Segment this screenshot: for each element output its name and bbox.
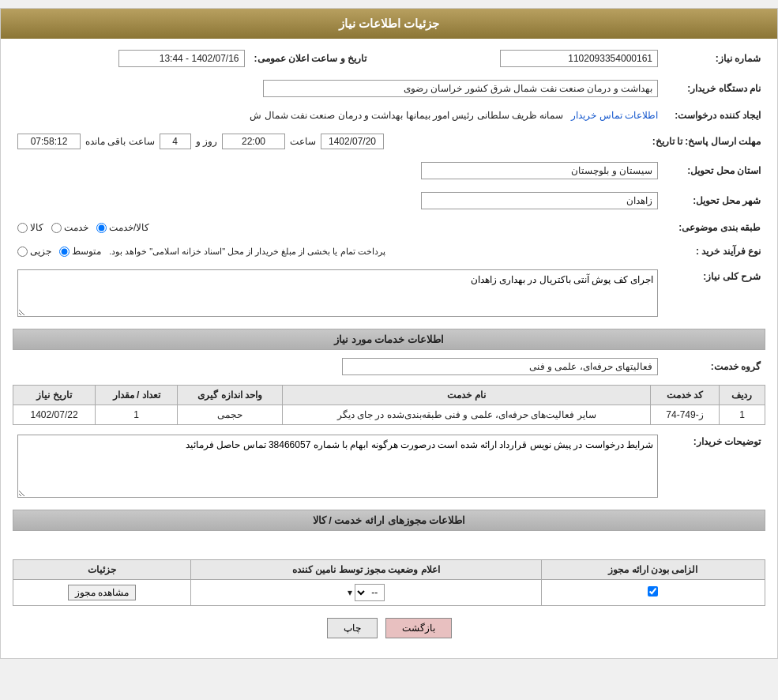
col-service-name: نام خدمت	[283, 386, 651, 405]
buyer-org-table: نام دستگاه خریدار: بهداشت و درمان صنعت ن…	[13, 77, 765, 100]
creator-value: اطلاعات تماس خریدار سمانه ظریف سلطانی رئ…	[13, 107, 663, 124]
date-box: 1402/07/20	[321, 134, 384, 149]
col-service-code: کد خدمت	[651, 386, 720, 405]
time-box: 22:00	[222, 134, 285, 149]
province-box: سیستان و بلوچستان	[421, 162, 658, 179]
service-group-value: فعالیتهای حرفه‌ای، علمی و فنی	[13, 355, 663, 378]
table-row: 1ز-749-74سایر فعالیت‌های حرفه‌ای، علمی و…	[13, 405, 765, 425]
need-desc-textarea[interactable]: اجرای کف پوش آنتی باکتریال در بهداری زاه…	[17, 269, 658, 317]
license-section-header: اطلاعات مجوزهای ارائه خدمت / کالا	[13, 510, 765, 531]
page-title: جزئیات اطلاعات نیاز	[339, 17, 439, 30]
category-kala-khadamat-text: کالا/خدمت	[109, 222, 149, 233]
creator-name: سمانه ظریف سلطانی رئیس امور بیمانها بهدا…	[250, 110, 563, 121]
col-row-num: ردیف	[719, 386, 765, 405]
category-kala-khadamat-label[interactable]: کالا/خدمت	[96, 222, 149, 233]
category-khadamat-radio[interactable]	[51, 223, 62, 233]
chevron-down-icon: ▾	[348, 587, 352, 598]
purchase-jozii-radio[interactable]	[17, 247, 28, 257]
license-row: -- ▾ مشاهده مجوز	[13, 580, 765, 606]
need-number-label: شماره نیاز:	[663, 47, 765, 70]
license-col-status: اعلام وضعیت مجوز توسط نامین کننده	[191, 560, 542, 580]
top-info-table: شماره نیاز: 1102093354000161 تاریخ و ساع…	[13, 47, 765, 70]
time-label: ساعت	[290, 136, 316, 147]
license-spacer	[13, 536, 765, 559]
main-content: شماره نیاز: 1102093354000161 تاریخ و ساع…	[1, 39, 777, 658]
col-quantity: تعداد / مقدار	[96, 386, 178, 405]
datetime-value: 1402/07/16 - 13:44	[13, 47, 250, 70]
purchase-type-label: نوع فرآیند خرید :	[663, 243, 765, 260]
purchase-motavasset-radio[interactable]	[59, 247, 70, 257]
category-kala-label[interactable]: کالا	[17, 222, 43, 233]
need-desc-value: اجرای کف پوش آنتی باکتریال در بهداری زاه…	[13, 266, 663, 322]
buyer-org-label: نام دستگاه خریدار:	[663, 77, 765, 100]
need-number-value: 1102093354000161	[371, 47, 663, 70]
category-label: طبقه بندی موضوعی:	[663, 219, 765, 236]
purchase-jozii-text: جزیی	[30, 246, 51, 257]
page-header: جزئیات اطلاعات نیاز	[1, 9, 777, 39]
service-group-box: فعالیتهای حرفه‌ای، علمی و فنی	[342, 358, 658, 375]
purchase-desc-text: پرداخت تمام یا بخشی از مبلغ خریدار از مح…	[109, 247, 385, 257]
days-box: 4	[160, 134, 191, 149]
deadline-value: 07:58:12 ساعت باقی مانده 4 روز و 22:00 س…	[13, 130, 648, 152]
category-kala-text: کالا	[30, 222, 43, 233]
buyer-desc-value: شرایط درخواست در پیش نویس قرارداد ارائه …	[13, 431, 663, 503]
deadline-label: مهلت ارسال پاسخ: تا تاریخ:	[648, 130, 765, 152]
services-table: ردیف کد خدمت نام خدمت واحد اندازه گیری ت…	[13, 385, 765, 425]
creator-table: ایجاد کننده درخواست: اطلاعات تماس خریدار…	[13, 107, 765, 124]
creator-link[interactable]: اطلاعات تماس خریدار	[571, 110, 658, 121]
action-buttons-row: بازگشت چاپ	[13, 618, 765, 638]
purchase-motavasset-label[interactable]: متوسط	[59, 246, 101, 257]
category-kala-khadamat-radio[interactable]	[96, 223, 107, 233]
service-group-table: گروه خدمت: فعالیتهای حرفه‌ای، علمی و فنی	[13, 355, 765, 378]
datetime-box: 1402/07/16 - 13:44	[118, 50, 245, 67]
purchase-jozii-label[interactable]: جزیی	[17, 246, 51, 257]
purchase-motavasset-text: متوسط	[72, 246, 101, 257]
city-label: شهر محل تحویل:	[663, 189, 765, 213]
remaining-label: ساعت باقی مانده	[85, 136, 155, 147]
license-details-cell: مشاهده مجوز	[13, 580, 191, 606]
remaining-time-box: 07:58:12	[17, 134, 81, 149]
buyer-org-box: بهداشت و درمان صنعت نفت شمال شرق کشور خر…	[263, 80, 658, 97]
buyer-org-value: بهداشت و درمان صنعت نفت شمال شرق کشور خر…	[13, 77, 663, 100]
service-group-label: گروه خدمت:	[663, 355, 765, 378]
license-required-checkbox[interactable]	[648, 586, 658, 597]
need-desc-table: شرح کلی نیاز: اجرای کف پوش آنتی باکتریال…	[13, 266, 765, 322]
city-table: شهر محل تحویل: زاهدان	[13, 189, 765, 213]
need-desc-label: شرح کلی نیاز:	[663, 266, 765, 322]
category-khadamat-label[interactable]: خدمت	[51, 222, 88, 233]
province-value: سیستان و بلوچستان	[13, 159, 663, 183]
days-label: روز و	[196, 136, 217, 147]
buyer-desc-table: توضیحات خریدار: شرایط درخواست در پیش نوی…	[13, 431, 765, 503]
license-col-details: جزئیات	[13, 560, 191, 580]
license-required-cell	[541, 580, 765, 606]
back-button[interactable]: بازگشت	[385, 618, 452, 638]
city-value: زاهدان	[13, 189, 663, 213]
purchase-type-value: جزیی متوسط پرداخت تمام یا بخشی از مبلغ خ…	[13, 243, 663, 260]
province-table: استان محل تحویل: سیستان و بلوچستان	[13, 159, 765, 183]
datetime-label: تاریخ و ساعت اعلان عمومی:	[250, 47, 371, 70]
need-number-box: 1102093354000161	[500, 50, 658, 67]
province-label: استان محل تحویل:	[663, 159, 765, 183]
buyer-desc-label: توضیحات خریدار:	[663, 431, 765, 503]
col-need-date: تاریخ نیاز	[13, 386, 96, 405]
city-box: زاهدان	[421, 192, 658, 209]
services-section-header: اطلاعات خدمات مورد نیاز	[13, 329, 765, 350]
col-unit: واحد اندازه گیری	[178, 386, 283, 405]
creator-label: ایجاد کننده درخواست:	[663, 107, 765, 124]
license-status-select[interactable]: --	[355, 584, 385, 601]
deadline-table: مهلت ارسال پاسخ: تا تاریخ: 07:58:12 ساعت…	[13, 130, 765, 152]
buyer-desc-textarea[interactable]: شرایط درخواست در پیش نویس قرارداد ارائه …	[17, 435, 658, 498]
license-col-required: الزامی بودن ارائه مجوز	[541, 560, 765, 580]
license-table: الزامی بودن ارائه مجوز اعلام وضعیت مجوز …	[13, 559, 765, 606]
purchase-type-table: نوع فرآیند خرید : جزیی متوسط پرداخت تمام…	[13, 243, 765, 260]
category-khadamat-text: خدمت	[64, 222, 88, 233]
print-button[interactable]: چاپ	[327, 618, 378, 638]
page-wrapper: جزئیات اطلاعات نیاز شماره نیاز: 11020933…	[0, 8, 778, 659]
view-license-button[interactable]: مشاهده مجوز	[68, 585, 136, 600]
category-table: طبقه بندی موضوعی: کالا خدمت کالا/خدمت	[13, 219, 765, 236]
category-value: کالا خدمت کالا/خدمت	[13, 219, 663, 236]
license-status-cell: -- ▾	[191, 580, 542, 606]
category-kala-radio[interactable]	[17, 223, 28, 233]
